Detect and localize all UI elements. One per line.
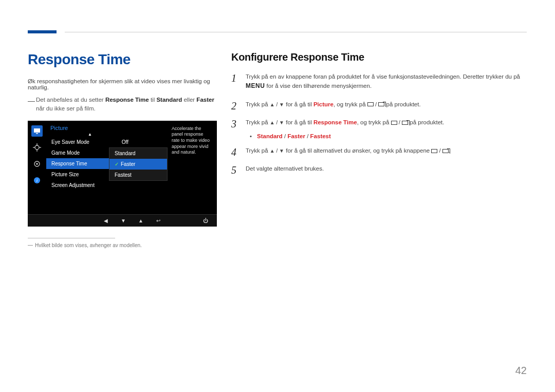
svg-point-8 [36, 163, 38, 165]
menu-item-screen-adjustment: Screen Adjustment [46, 180, 134, 191]
menu-label: MENU [246, 82, 265, 89]
top-rule [65, 32, 527, 32]
svg-rect-0 [34, 128, 40, 133]
nav-left-icon: ◀ [102, 218, 110, 223]
check-icon: ✓ [115, 161, 119, 167]
steps-list: Trykk på en av knappene foran på produkt… [231, 72, 527, 127]
note-dash-icon: ― [28, 96, 35, 106]
up-down-icon: ▲ / ▼ [270, 148, 284, 154]
osd-nav-bar: ◀ ▼ ▲ ↩ ⏻ [28, 214, 217, 227]
nav-enter-icon: ↩ [154, 218, 162, 223]
up-down-icon: ▲ / ▼ [270, 102, 284, 107]
step-1: Trykk på en av knappene foran på produkt… [231, 72, 527, 91]
recommendation-note: ― Det anbefales at du setter Response Ti… [28, 96, 217, 114]
step-3: Trykk på ▲ / ▼ for å gå til Response Tim… [231, 118, 527, 127]
enter-button-icon [402, 121, 408, 125]
menu-item-eye-saver: Eye Saver Mode Off [46, 137, 134, 147]
button-icon [367, 102, 374, 106]
caret-up-icon: ▲ [46, 132, 134, 137]
submenu-fastest: Fastest [109, 170, 167, 180]
up-down-icon: ▲ / ▼ [270, 120, 284, 125]
button-icon [431, 149, 437, 153]
footnote-dash-icon: ― [28, 242, 33, 248]
nav-power-icon: ⏻ [201, 218, 210, 223]
monitor-icon [31, 125, 43, 137]
footnote-rule [28, 238, 115, 238]
accent-bar [28, 30, 57, 33]
heading-response-time: Response Time [28, 51, 217, 68]
footnote-text: ― Hvilket bilde som vises, avhenger av m… [28, 242, 217, 248]
submenu-standard: Standard [109, 148, 167, 159]
enter-button-icon [442, 149, 449, 153]
step-2: Trykk på ▲ / ▼ for å gå til Picture, og … [231, 100, 527, 109]
osd-submenu: Standard ✓Faster Fastest [109, 147, 168, 181]
osd-screenshot: i Picture ▲ Eye Saver Mode Off Game Mode… [28, 121, 217, 227]
svg-point-2 [35, 145, 39, 150]
steps-list-cont: Trykk på ▲ / ▼ for å gå til alternativet… [231, 146, 527, 174]
osd-description: Accelerate the panel response rate to ma… [169, 123, 214, 159]
nav-down-icon: ▼ [119, 218, 127, 223]
page-number: 42 [515, 365, 527, 377]
step-5: Det valgte alternativet brukes. [231, 164, 527, 173]
button-icon [391, 121, 397, 125]
gear-icon [31, 158, 43, 170]
options-bullet: Standard / Faster / Fastest [246, 133, 527, 139]
enter-button-icon [378, 102, 384, 106]
submenu-faster: ✓Faster [109, 159, 167, 170]
nav-up-icon: ▲ [137, 218, 145, 223]
step-4: Trykk på ▲ / ▼ for å gå til alternativet… [231, 146, 527, 155]
heading-configure: Konfigurere Response Time [231, 51, 527, 63]
target-icon [31, 142, 43, 153]
info-icon: i [31, 175, 43, 186]
intro-text: Øk responshastigheten for skjermen slik … [28, 78, 217, 90]
svg-rect-1 [36, 133, 38, 134]
osd-sidebar: i [28, 123, 46, 186]
